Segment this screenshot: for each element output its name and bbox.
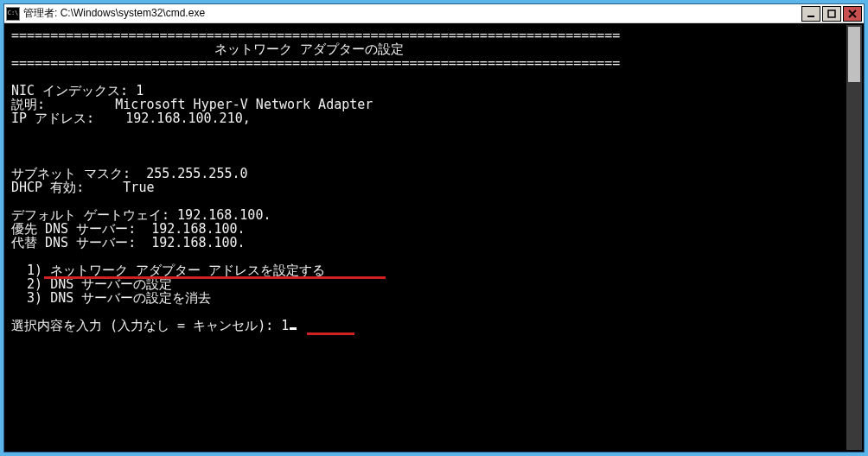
cmd-window: C:\ 管理者: C:\Windows\system32\cmd.exe ===…: [3, 3, 865, 453]
user-input[interactable]: 1: [281, 318, 289, 333]
dns2-label: 代替 DNS サーバー:: [11, 235, 136, 250]
ip-label: IP アドレス:: [11, 111, 94, 126]
input-prompt: 選択内容を入力 (入力なし = キャンセル):: [11, 318, 273, 333]
dhcp-label: DHCP 有効:: [11, 180, 84, 195]
text-cursor: [290, 327, 297, 330]
dhcp-value: True: [123, 180, 154, 195]
titlebar[interactable]: C:\ 管理者: C:\Windows\system32\cmd.exe: [4, 4, 864, 23]
rule-line: ========================================…: [11, 55, 620, 71]
menu-option-3: 3) DNS サーバーの設定を消去: [27, 290, 211, 306]
window-buttons: [801, 6, 862, 22]
ip-value: 192.168.100.210,: [125, 111, 251, 126]
highlight-underline-input: [307, 332, 354, 335]
minimize-button[interactable]: [801, 6, 820, 22]
subnet-value: 255.255.255.0: [146, 166, 247, 181]
console-client-area[interactable]: ========================================…: [4, 23, 864, 452]
cmd-icon: C:\: [6, 7, 20, 21]
console-output: ========================================…: [11, 28, 857, 332]
dns2-value: 192.168.100.: [151, 235, 245, 250]
maximize-button[interactable]: [822, 6, 841, 22]
svg-rect-1: [828, 10, 835, 17]
svg-rect-0: [807, 16, 814, 17]
close-button[interactable]: [843, 6, 862, 22]
highlight-underline-option1: [44, 276, 386, 279]
window-title: 管理者: C:\Windows\system32\cmd.exe: [23, 6, 801, 21]
